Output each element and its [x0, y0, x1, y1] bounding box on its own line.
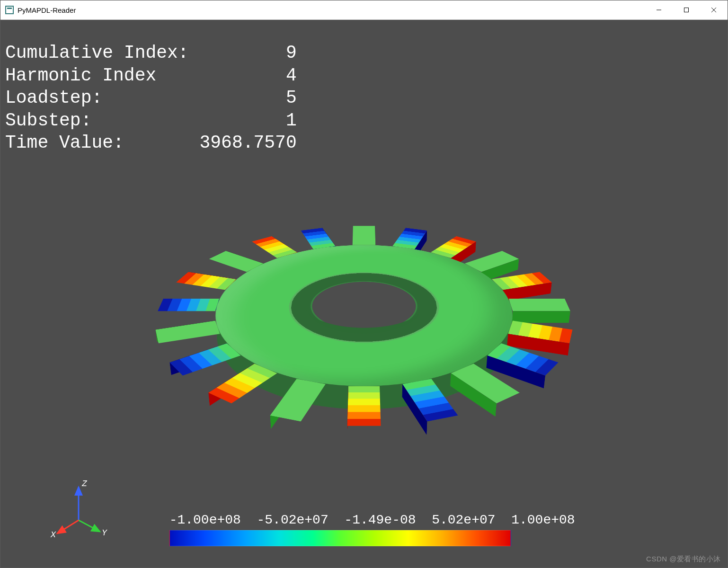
- blade: [353, 226, 376, 245]
- maximize-button[interactable]: [673, 0, 700, 19]
- window-title: PyMAPDL-Reader: [18, 6, 76, 14]
- blade: [301, 228, 336, 249]
- colorbar-tick-labels: -1.00e+08 -5.02e+07 -1.49e-08 5.02e+07 1…: [169, 513, 575, 527]
- colorbar-gradient: [169, 530, 511, 546]
- blade: [508, 320, 572, 343]
- blade: [492, 272, 552, 290]
- fe-model[interactable]: [191, 245, 537, 386]
- blade: [509, 299, 570, 311]
- blade: [176, 272, 236, 290]
- svg-rect-1: [684, 8, 689, 12]
- axis-label-x: X: [50, 530, 56, 539]
- blade: [158, 299, 219, 311]
- blade: [347, 386, 381, 426]
- blade: [169, 343, 240, 375]
- minimize-button[interactable]: [645, 0, 673, 19]
- watermark: CSDN @爱看书的小沐: [646, 555, 721, 564]
- svg-line-5: [79, 520, 100, 532]
- blade: [155, 320, 220, 343]
- disc: [191, 245, 537, 386]
- blade: [451, 364, 520, 403]
- model-wrap: [217, 158, 511, 452]
- info-overlay: Cumulative Index: 9 Harmonic Index 4 Loa…: [5, 42, 297, 154]
- colorbar: -1.00e+08 -5.02e+07 -1.49e-08 5.02e+07 1…: [169, 513, 575, 546]
- blade: [392, 228, 427, 249]
- titlebar[interactable]: PyMAPDL-Reader: [0, 0, 728, 20]
- app-icon: [5, 6, 14, 14]
- close-button[interactable]: [700, 0, 728, 19]
- blade: [402, 379, 458, 421]
- axis-label-y: Y: [102, 528, 107, 538]
- axis-triad: Z Y X: [48, 478, 109, 539]
- axis-label-z: Z: [81, 479, 88, 488]
- svg-line-6: [57, 520, 79, 533]
- app-window: PyMAPDL-Reader Cumulative Index: 9 Harmo…: [0, 0, 728, 568]
- render-viewport[interactable]: Cumulative Index: 9 Harmonic Index 4 Loa…: [0, 20, 728, 568]
- blade: [208, 364, 277, 403]
